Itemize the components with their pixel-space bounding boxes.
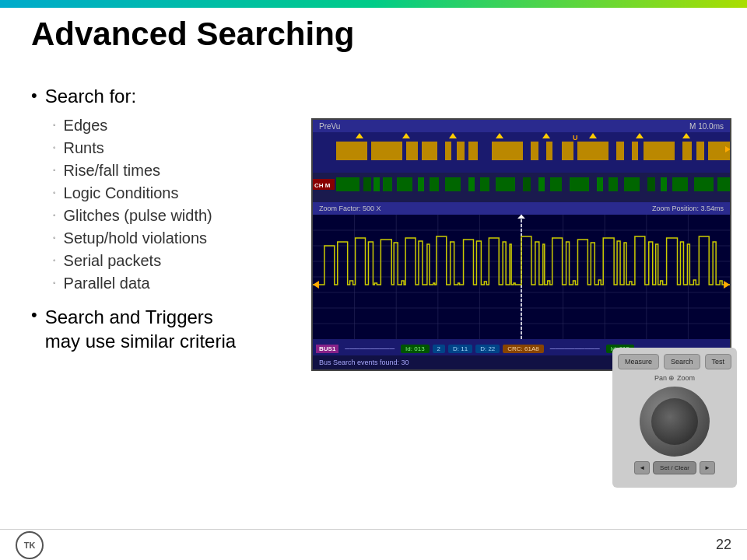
svg-rect-49 (661, 177, 667, 191)
footer: TK 22 (0, 529, 747, 560)
svg-rect-51 (694, 177, 714, 191)
svg-marker-4 (542, 133, 550, 138)
svg-marker-3 (496, 133, 503, 138)
svg-rect-34 (397, 177, 412, 191)
main-bullet-dot: • (31, 87, 37, 104)
search-triggers-label: Search and Triggersmay use similar crite… (45, 305, 236, 353)
test-button[interactable]: Test (705, 354, 732, 369)
svg-rect-45 (597, 177, 603, 191)
svg-rect-40 (496, 177, 515, 191)
svg-rect-33 (383, 177, 392, 191)
sub-item-label: Glitches (pulse width) (64, 207, 212, 225)
svg-rect-43 (550, 177, 562, 191)
sub-bullet-dot: ◦ (53, 279, 56, 287)
knob-panel: Measure Search Test Pan ⊕ Zoom ◄ Set / C… (612, 348, 737, 488)
svg-marker-70 (517, 215, 525, 219)
svg-rect-18 (562, 142, 573, 160)
svg-rect-30 (336, 177, 359, 191)
zoom-factor-label: Zoom Factor: 500 X (319, 205, 381, 212)
ch-green-band: CH M (313, 173, 730, 202)
svg-rect-21 (632, 142, 638, 160)
scope-top-bar: PreVu M 10.0ms (313, 120, 730, 132)
svg-rect-36 (430, 177, 439, 191)
left-content: • Search for: ◦ Edges ◦ Runts ◦ Rise/fal… (31, 86, 319, 353)
ch1-band: U (313, 132, 730, 173)
svg-rect-15 (492, 142, 523, 160)
svg-rect-17 (546, 142, 552, 160)
scope-screen: PreVu M 10.0ms (311, 118, 731, 371)
svg-marker-0 (356, 133, 363, 138)
company-logo: TK (16, 531, 44, 559)
svg-rect-44 (570, 177, 589, 191)
proto-packet-1: Id: 013 (401, 345, 429, 353)
page-title: Advanced Searching (31, 16, 354, 53)
knob-left-arrow-button[interactable]: ◄ (634, 461, 650, 474)
svg-marker-2 (449, 133, 457, 138)
svg-rect-16 (531, 142, 538, 160)
time-label: M 10.0ms (689, 122, 724, 131)
svg-rect-20 (616, 142, 624, 160)
prevu-label: PreVu (319, 122, 340, 131)
page-number: 22 (716, 537, 731, 553)
svg-rect-14 (468, 142, 478, 160)
events-found-label: Bus Search events found: 30 (319, 359, 409, 366)
sub-items-list: ◦ Edges ◦ Runts ◦ Rise/fall times ◦ Logi… (53, 117, 319, 292)
measure-button[interactable]: Measure (618, 354, 659, 369)
sub-item-label: Edges (64, 117, 108, 135)
search-button[interactable]: Search (664, 354, 700, 369)
sub-bullet-dot: ◦ (53, 212, 56, 219)
search-for-bullet: • Search for: (31, 86, 319, 107)
knob-top-buttons: Measure Search Test (618, 354, 731, 369)
svg-marker-7 (682, 133, 690, 138)
top-gradient-bar (0, 0, 747, 8)
proto-bus-label: BUS1 (316, 345, 338, 353)
svg-marker-5 (589, 133, 597, 138)
svg-rect-37 (445, 177, 461, 191)
search-for-label: Search for: (45, 86, 136, 107)
svg-rect-48 (647, 177, 655, 191)
sub-item-label: Rise/fall times (64, 162, 160, 180)
svg-rect-50 (672, 177, 688, 191)
svg-rect-9 (371, 142, 402, 160)
svg-rect-42 (538, 177, 545, 191)
sub-bullet-dot: ◦ (53, 144, 56, 152)
list-item: ◦ Setup/hold violations (53, 229, 319, 247)
svg-rect-12 (445, 142, 451, 160)
sub-item-label: Setup/hold violations (64, 229, 208, 247)
svg-rect-47 (624, 177, 640, 191)
sub-bullet-dot: ◦ (53, 166, 56, 174)
svg-marker-6 (636, 133, 644, 138)
list-item: ◦ Glitches (pulse width) (53, 207, 319, 225)
list-item: ◦ Rise/fall times (53, 162, 319, 180)
svg-rect-46 (608, 177, 618, 191)
svg-text:U: U (573, 134, 578, 142)
sub-item-label: Logic Conditions (64, 184, 179, 202)
svg-marker-72 (724, 281, 730, 289)
svg-rect-38 (468, 177, 475, 191)
waveform-area (313, 215, 730, 339)
svg-rect-10 (406, 142, 418, 160)
svg-text:CH M: CH M (314, 182, 331, 189)
set-clear-button[interactable]: Set / Clear (653, 461, 696, 474)
svg-rect-19 (577, 142, 608, 160)
svg-rect-35 (418, 177, 424, 191)
search-triggers-bullet: • Search and Triggersmay use similar cri… (31, 305, 319, 353)
sub-bullet-dot: ◦ (53, 257, 56, 264)
svg-rect-23 (682, 142, 692, 160)
proto-packet-4: D: 22 (475, 345, 500, 353)
sub-bullet-dot: ◦ (53, 189, 56, 197)
main-bullet-dot-2: • (31, 306, 37, 324)
svg-marker-71 (313, 281, 319, 289)
proto-packet-5: CRC: 61A8 (503, 345, 543, 353)
sub-item-label: Runts (64, 139, 104, 157)
svg-marker-1 (402, 133, 410, 138)
pan-zoom-knob[interactable] (640, 387, 710, 457)
sub-item-label: Parallel data (64, 275, 150, 292)
svg-rect-11 (422, 142, 437, 160)
svg-rect-24 (696, 142, 704, 160)
svg-rect-22 (644, 142, 675, 160)
knob-right-arrow-button[interactable]: ► (700, 461, 715, 474)
list-item: ◦ Serial packets (53, 252, 319, 270)
svg-rect-8 (336, 142, 367, 160)
list-item: ◦ Runts (53, 139, 319, 157)
